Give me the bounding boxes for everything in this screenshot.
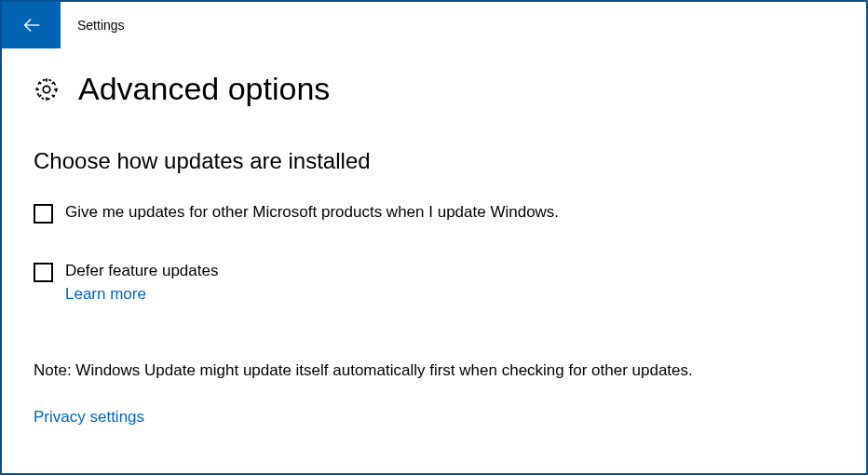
section-title: Choose how updates are installed <box>34 148 834 174</box>
checkbox-label-defer: Defer feature updates <box>65 261 218 281</box>
checkbox-other-products[interactable] <box>34 204 53 224</box>
arrow-left-icon <box>21 15 42 35</box>
privacy-settings-link[interactable]: Privacy settings <box>34 408 144 427</box>
page-title: Advanced options <box>78 71 330 107</box>
gear-icon <box>34 76 60 102</box>
content-area: Advanced options Choose how updates are … <box>2 48 866 427</box>
settings-label: Settings <box>77 18 125 33</box>
checkbox-row-other-products: Give me updates for other Microsoft prod… <box>34 202 834 224</box>
note-text: Note: Windows Update might update itself… <box>34 361 834 380</box>
title-row: Advanced options <box>34 71 834 107</box>
learn-more-link[interactable]: Learn more <box>65 285 218 304</box>
checkbox-label-other-products: Give me updates for other Microsoft prod… <box>65 202 559 223</box>
header-bar: Settings <box>2 2 866 48</box>
checkbox-row-defer: Defer feature updates Learn more <box>34 261 834 304</box>
back-button[interactable] <box>2 2 61 48</box>
svg-point-1 <box>43 86 49 92</box>
checkbox-content: Defer feature updates Learn more <box>65 261 218 304</box>
checkbox-defer-updates[interactable] <box>34 263 53 282</box>
checkbox-content: Give me updates for other Microsoft prod… <box>65 202 559 223</box>
